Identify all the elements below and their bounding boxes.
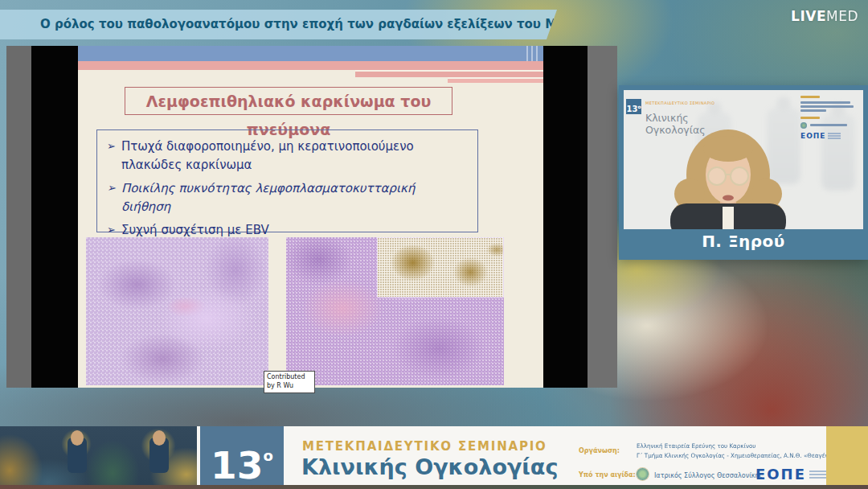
fine-print-label — [800, 96, 820, 98]
fine-print-line — [800, 109, 826, 112]
screenshare-gray-edge-left — [6, 46, 31, 388]
fine-print-line — [800, 105, 854, 108]
slide-deco-line — [536, 46, 538, 61]
seminar-title: Κλινικής Ογκολογίας — [301, 454, 558, 479]
speaker-video-frame: 13ο ΜΕΤΕΚΠΑΙΔΕΥΤΙΚΟ ΣΕΜΙΝΑΡΙΟ Κλινικής Ο… — [624, 90, 863, 229]
seminar-badge-number: 13 — [626, 105, 637, 113]
organization-lines: Ελληνική Εταιρεία Ερεύνης του Καρκίνου Γ… — [637, 442, 840, 460]
screenshare-gray-edge-right — [588, 46, 617, 388]
fresco-artwork — [0, 426, 197, 485]
slide-top-pink-band — [78, 61, 543, 70]
presentation-slide: Λεμφοεπιθηλιακό καρκίνωμα του πνεύμονα ➢… — [78, 46, 543, 388]
seminar-badge-ordinal: ο — [637, 104, 641, 109]
histology-image-right — [286, 237, 504, 385]
speaker-video-tile[interactable]: 13ο ΜΕΤΕΚΠΑΙΔΕΥΤΙΚΟ ΣΕΜΙΝΑΡΙΟ Κλινικής Ο… — [619, 85, 868, 260]
seminar-banner: 13ο ΜΕΤΕΚΠΑΙΔΕΥΤΙΚΟ ΣΕΜΙΝΑΡΙΟ Κλινικής Ο… — [0, 426, 868, 485]
lecture-title: Ο ρόλος του παθολογοανατόμου στην εποχή … — [40, 17, 593, 31]
seminar-number-badge: 13ο — [200, 426, 284, 485]
organization-label: Οργάνωση: — [579, 447, 620, 454]
histology-image-left — [86, 237, 268, 385]
livemed-logo-med: MED — [826, 8, 858, 24]
seminar-subtitle: ΜΕΤΕΚΠΑΙΔΕΥΤΙΚΟ ΣΕΜΙΝΑΡΙΟ — [302, 439, 547, 454]
slide-deco-stripe — [355, 72, 543, 77]
lecture-title-banner: Ο ρόλος του παθολογοανατόμου στην εποχή … — [0, 10, 557, 39]
organization-line1: Ελληνική Εταιρεία Ερεύνης του Καρκίνου — [637, 442, 840, 451]
organization-line2: Γ΄ Τμήμα Κλινικής Ογκολογίας - Χημειοθερ… — [637, 451, 840, 461]
livemed-logo-live: LIVE — [791, 8, 826, 24]
slide-bullet-list: ➢ Πτωχά διαφοροποιημένο, μη κερατινοποιο… — [96, 129, 478, 232]
slide-deco-line — [526, 46, 528, 61]
speaker-avatar — [640, 115, 817, 229]
bullet-arrow-icon: ➢ — [107, 138, 116, 174]
seminar-number: 13 — [211, 443, 263, 487]
bullet-text: Ποικίλης πυκνότητας λεμφοπλασματοκυτταρι… — [121, 179, 468, 216]
seminar-badge-small: 13ο — [626, 99, 641, 114]
bullet-item: ➢ Ποικίλης πυκνότητας λεμφοπλασματοκυττα… — [107, 179, 468, 216]
eope-logo-text: ΕΟΠΕ — [755, 466, 806, 483]
image-credit-label: Contributed by R Wu — [264, 371, 315, 393]
screenshare-video[interactable]: Λεμφοεπιθηλιακό καρκίνωμα του πνεύμονα ➢… — [6, 46, 617, 388]
pillarbox-right — [543, 46, 588, 388]
image-credit-line2: by R Wu — [267, 382, 312, 391]
backdrop-seminar-small-title: ΜΕΤΕΚΠΑΙΔΕΥΤΙΚΟ ΣΕΜΙΝΑΡΙΟ — [645, 101, 714, 105]
slide-title: Λεμφοεπιθηλιακό καρκίνωμα του πνεύμονα — [125, 87, 452, 115]
webinar-stage: Ο ρόλος του παθολογοανατόμου στην εποχή … — [0, 0, 868, 489]
fine-print-line — [800, 101, 850, 104]
seminar-ordinal: ο — [264, 447, 273, 464]
bullet-text: Πτωχά διαφοροποιημένο, μη κερατινοποιούμ… — [121, 138, 468, 174]
medical-association-logo — [637, 468, 649, 480]
pillarbox-left — [31, 46, 78, 388]
slide-top-blue-band — [78, 46, 543, 61]
image-credit-line1: Contributed — [267, 373, 312, 382]
eope-logo: ΕΟΠΕ — [755, 466, 837, 483]
bullet-arrow-icon: ➢ — [107, 179, 116, 216]
slide-deco-line — [531, 46, 533, 61]
ihc-inset-image — [378, 238, 503, 297]
banner-gold-accent — [826, 426, 868, 485]
fresco-figure — [149, 438, 169, 473]
slide-deco-stripe — [448, 79, 543, 83]
eope-smalltext-lines — [828, 132, 841, 141]
bullet-item: ➢ Πτωχά διαφοροποιημένο, μη κερατινοποιο… — [107, 138, 468, 174]
livemed-logo: LIVEMED — [791, 8, 858, 24]
speaker-name-text: Π. Ξηρού — [702, 232, 785, 251]
fresco-figure — [68, 438, 87, 473]
bottom-edge — [0, 485, 868, 489]
speaker-name-label: Π. Ξηρού — [624, 229, 863, 255]
aegis-text: Ιατρικός Σύλλογος Θεσσαλονίκης — [654, 472, 763, 479]
aegis-label: Υπό την αιγίδα: — [579, 471, 636, 479]
